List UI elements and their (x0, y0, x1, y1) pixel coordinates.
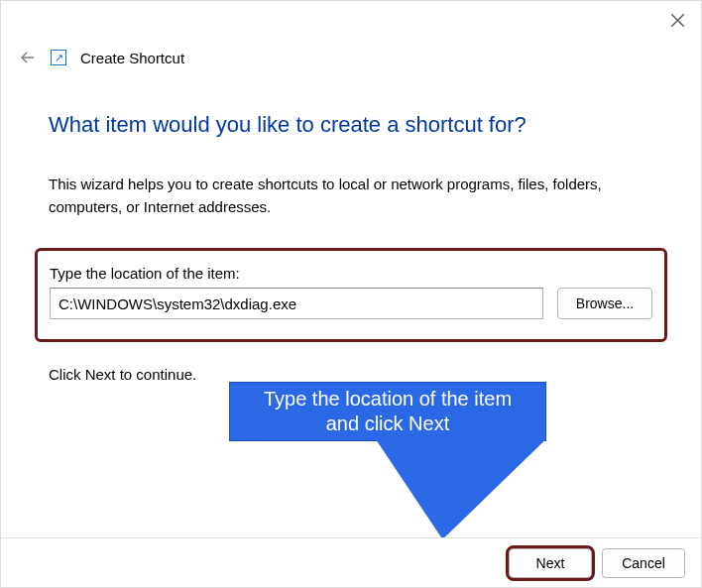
close-icon[interactable] (667, 10, 687, 30)
browse-button[interactable]: Browse... (557, 288, 652, 319)
annotation-callout-tail (377, 440, 572, 539)
location-label: Type the location of the item: (50, 265, 652, 282)
titlebar (1, 1, 701, 39)
description-text: This wizard helps you to create shortcut… (49, 174, 653, 218)
content-area: What item would you like to create a sho… (1, 112, 701, 383)
next-button[interactable]: Next (509, 548, 592, 578)
location-highlight-box: Type the location of the item: Browse... (35, 248, 667, 342)
location-row: Browse... (50, 288, 652, 319)
continue-hint: Click Next to continue. (49, 366, 653, 383)
back-arrow-icon[interactable] (19, 49, 37, 66)
location-input[interactable] (50, 288, 543, 319)
header-row: ↗ Create Shortcut (1, 43, 701, 72)
shortcut-icon: ↗ (51, 50, 66, 65)
callout-line2: and click Next (326, 412, 450, 436)
cancel-button[interactable]: Cancel (602, 548, 685, 578)
wizard-title: Create Shortcut (80, 50, 184, 66)
annotation-callout: Type the location of the item and click … (229, 382, 546, 441)
page-headline: What item would you like to create a sho… (49, 112, 653, 138)
footer-bar: Next Cancel (1, 537, 701, 587)
callout-line1: Type the location of the item (264, 387, 512, 412)
